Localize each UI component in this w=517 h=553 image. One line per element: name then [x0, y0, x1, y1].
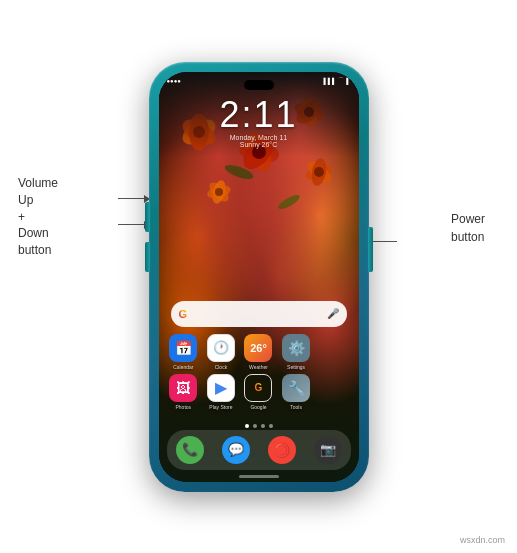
calendar-icon: 📅: [169, 334, 197, 362]
weather-label: Weather: [249, 364, 268, 370]
playstore-icon: ▶: [207, 374, 235, 402]
weather-text: Sunny 26°C: [159, 141, 359, 148]
dock-phone[interactable]: 📞: [176, 436, 204, 464]
phone-bezel: ●●●● ▌▌▌ ⌒ ▌ 2:11 Monday, March 11 Sunny…: [159, 72, 359, 482]
tools-label: Tools: [290, 404, 302, 410]
app-clock[interactable]: 🕐 Clock: [204, 334, 238, 370]
time-text: 2:11: [219, 94, 297, 135]
bottom-nav-bar: [239, 475, 279, 478]
settings-icon: ⚙️: [282, 334, 310, 362]
app-calendar[interactable]: 📅 Calendar: [167, 334, 201, 370]
dot-3: [261, 424, 265, 428]
settings-label: Settings: [287, 364, 305, 370]
watermark: wsxdn.com: [460, 535, 505, 545]
app-photos[interactable]: 🖼 Photos: [167, 374, 201, 410]
dot-4: [269, 424, 273, 428]
playstore-label: Play Store: [209, 404, 232, 410]
app-empty-2: [317, 374, 351, 410]
wifi-icon: ⌒: [338, 76, 344, 85]
search-mic-icon[interactable]: 🎤: [327, 308, 339, 319]
volume-label: Volume Up + Down button: [18, 175, 58, 259]
volume-down-button[interactable]: [145, 242, 150, 272]
empty-icon-1: [320, 334, 348, 362]
power-button[interactable]: [368, 227, 373, 272]
dot-1: [245, 424, 249, 428]
clock-icon: 🕐: [207, 334, 235, 362]
battery-icon: ▌: [346, 78, 350, 84]
app-empty-1: [317, 334, 351, 370]
dock: 📞 💬 ⭕ 📷: [167, 430, 351, 470]
volume-up-button[interactable]: [145, 202, 150, 232]
photos-icon: 🖼: [169, 374, 197, 402]
power-label: Power button: [451, 210, 485, 246]
google-g-logo: G: [179, 308, 188, 320]
phone-shell: ●●●● ▌▌▌ ⌒ ▌ 2:11 Monday, March 11 Sunny…: [149, 62, 369, 492]
scene: Volume Up + Down button Power button: [0, 0, 517, 553]
dot-2: [253, 424, 257, 428]
date-text: Monday, March 11: [159, 134, 359, 141]
app-weather[interactable]: 26° Weather: [242, 334, 276, 370]
status-right: ▌▌▌ ⌒ ▌: [323, 76, 350, 85]
signal-icon: ▌▌▌: [323, 78, 336, 84]
page-dots: [159, 424, 359, 428]
empty-icon-2: [320, 374, 348, 402]
time-display: 2:11: [159, 94, 359, 136]
status-time-small: ●●●●: [167, 78, 182, 84]
google-icon: G: [244, 374, 272, 402]
clock-label: Clock: [215, 364, 228, 370]
calendar-label: Calendar: [173, 364, 193, 370]
status-bar: ●●●● ▌▌▌ ⌒ ▌: [167, 74, 351, 88]
phone-screen: ●●●● ▌▌▌ ⌒ ▌ 2:11 Monday, March 11 Sunny…: [159, 72, 359, 482]
app-tools[interactable]: 🔧 Tools: [279, 374, 313, 410]
dock-camera[interactable]: 📷: [314, 436, 342, 464]
dock-opera[interactable]: ⭕: [268, 436, 296, 464]
google-label: Google: [250, 404, 266, 410]
tools-icon: 🔧: [282, 374, 310, 402]
app-settings[interactable]: ⚙️ Settings: [279, 334, 313, 370]
weather-icon: 26°: [244, 334, 272, 362]
app-google[interactable]: G Google: [242, 374, 276, 410]
dock-messages[interactable]: 💬: [222, 436, 250, 464]
search-bar[interactable]: G 🎤: [171, 301, 347, 327]
date-display: Monday, March 11 Sunny 26°C: [159, 134, 359, 148]
app-playstore[interactable]: ▶ Play Store: [204, 374, 238, 410]
photos-label: Photos: [176, 404, 192, 410]
status-left: ●●●●: [167, 78, 182, 84]
